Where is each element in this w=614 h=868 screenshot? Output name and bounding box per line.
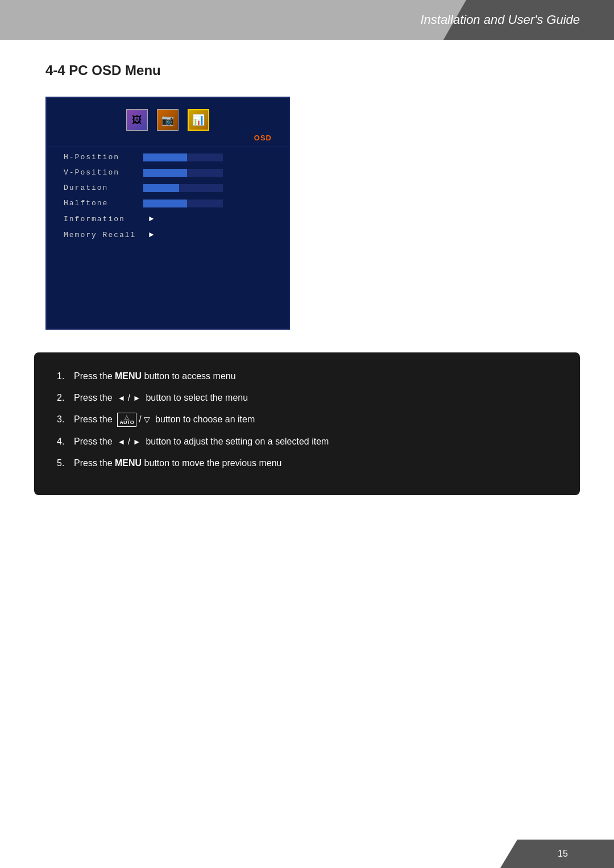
vposition-label: V-Position bbox=[64, 168, 143, 177]
vposition-bar bbox=[143, 169, 223, 177]
menu-icon-2[interactable]: 📷 bbox=[157, 109, 179, 131]
left-arrow-icon-4: ◄ bbox=[117, 437, 125, 446]
hposition-label: H-Position bbox=[64, 153, 143, 161]
instruction-3: 3. Press the △AUTO / ▽ button to choose … bbox=[57, 413, 557, 427]
duration-label: Duration bbox=[64, 184, 143, 192]
information-arrow: ► bbox=[149, 214, 155, 223]
instructions-box: 1. Press the MENU button to access menu … bbox=[34, 352, 580, 495]
memory-recall-arrow: ► bbox=[149, 230, 155, 239]
menu-bold-5: MENU bbox=[115, 458, 142, 468]
header-title: Installation and User's Guide bbox=[420, 13, 580, 27]
menu-item-information[interactable]: Information ► bbox=[47, 211, 289, 227]
instruction-2-number: 2. bbox=[57, 391, 74, 405]
instruction-1: 1. Press the MENU button to access menu bbox=[57, 369, 557, 383]
menu-bold-1: MENU bbox=[115, 371, 142, 381]
hposition-bar bbox=[143, 153, 223, 161]
instruction-3-number: 3. bbox=[57, 413, 74, 426]
instruction-4-text: Press the ◄ / ► button to adjust the set… bbox=[74, 435, 557, 448]
osd-tab-label: OSD bbox=[254, 134, 272, 142]
osd-menu-box: 🖼 📷 📊 OSD H-Position V-Position Duration… bbox=[45, 97, 290, 330]
menu-item-hposition[interactable]: H-Position bbox=[47, 149, 289, 165]
section-heading: 4-4 PC OSD Menu bbox=[45, 63, 161, 78]
icons-row: 🖼 📷 📊 bbox=[47, 98, 289, 134]
halftone-fill bbox=[143, 200, 187, 207]
right-arrow-icon-4: ► bbox=[133, 437, 141, 446]
duration-bar bbox=[143, 184, 223, 192]
instruction-5-number: 5. bbox=[57, 456, 74, 470]
duration-fill bbox=[143, 184, 179, 192]
instruction-5-text: Press the MENU button to move the previo… bbox=[74, 456, 557, 470]
menu-item-halftone[interactable]: Halftone bbox=[47, 196, 289, 211]
hposition-fill bbox=[143, 153, 187, 161]
memory-recall-label: Memory Recall bbox=[64, 231, 143, 239]
information-label: Information bbox=[64, 215, 143, 223]
halftone-bar bbox=[143, 200, 223, 207]
osd-label-row: OSD bbox=[47, 134, 289, 142]
right-arrow-icon-2: ► bbox=[133, 393, 141, 402]
down-arrow-icon-3: ▽ bbox=[144, 415, 150, 424]
menu-item-vposition[interactable]: V-Position bbox=[47, 165, 289, 180]
instruction-5: 5. Press the MENU button to move the pre… bbox=[57, 456, 557, 470]
divider bbox=[47, 147, 289, 147]
halftone-label: Halftone bbox=[64, 199, 143, 207]
instruction-1-text: Press the MENU button to access menu bbox=[74, 369, 557, 383]
instruction-4-number: 4. bbox=[57, 435, 74, 448]
footer-bar: 15 bbox=[500, 840, 614, 868]
header-bar: Installation and User's Guide bbox=[0, 0, 614, 40]
page-number: 15 bbox=[558, 849, 568, 859]
menu-item-duration[interactable]: Duration bbox=[47, 180, 289, 196]
auto-icon: △AUTO bbox=[117, 413, 136, 427]
instruction-3-text: Press the △AUTO / ▽ button to choose an … bbox=[74, 413, 557, 427]
instruction-2-text: Press the ◄ / ► button to select the men… bbox=[74, 391, 557, 405]
vposition-fill bbox=[143, 169, 187, 177]
menu-icon-1[interactable]: 🖼 bbox=[126, 109, 148, 131]
instruction-4: 4. Press the ◄ / ► button to adjust the … bbox=[57, 435, 557, 448]
menu-item-memory-recall[interactable]: Memory Recall ► bbox=[47, 227, 289, 243]
instruction-2: 2. Press the ◄ / ► button to select the … bbox=[57, 391, 557, 405]
instruction-1-number: 1. bbox=[57, 369, 74, 383]
menu-icon-3[interactable]: 📊 bbox=[188, 109, 209, 131]
left-arrow-icon-2: ◄ bbox=[117, 393, 125, 402]
